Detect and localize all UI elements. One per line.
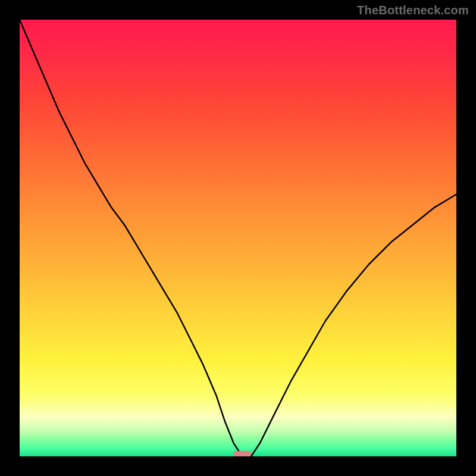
chart-frame: TheBottleneck.com — [0, 0, 476, 476]
curve-layer — [20, 20, 456, 456]
watermark-text: TheBottleneck.com — [357, 4, 469, 17]
optimal-marker — [234, 451, 251, 456]
plot-area — [20, 20, 456, 456]
bottleneck-curve — [20, 20, 456, 456]
